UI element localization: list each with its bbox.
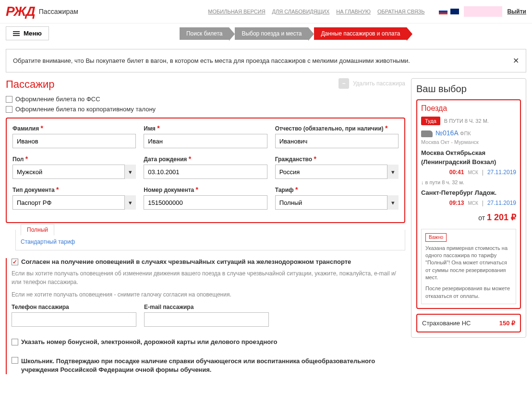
- bonus-label: Указать номер бонусной, электронной, дор…: [21, 338, 277, 345]
- breadcrumb: Поиск билета Выбор поезда и места Данные…: [180, 27, 412, 40]
- trains-title: Поезда: [421, 104, 516, 113]
- important-badge: Важно: [425, 233, 447, 242]
- insurance-price: 150 ₽: [499, 320, 515, 327]
- email-label: E-mail пассажира: [144, 304, 269, 310]
- bonus-checkbox[interactable]: [12, 339, 18, 345]
- important-text1: Указана примерная стоимость на одного па…: [425, 245, 512, 282]
- patronymic-label: Отчество (обязательно, при наличии) *: [275, 124, 399, 132]
- insurance-label: Страхование НС: [422, 320, 471, 327]
- flag-gb-icon[interactable]: [450, 9, 459, 14]
- direction-badge: Туда: [421, 117, 440, 125]
- notice-text: Обратите внимание, что Вы покупаете биле…: [13, 57, 410, 64]
- fss-checkbox[interactable]: [6, 96, 12, 103]
- consent-label: Согласен на получение оповещений в случа…: [21, 258, 351, 265]
- tariff-info: Полный Стандартный тариф: [15, 230, 405, 250]
- delete-passenger-button[interactable]: −: [339, 78, 349, 89]
- email-input[interactable]: [144, 312, 269, 327]
- consent-checkbox[interactable]: [12, 259, 18, 265]
- insurance-box[interactable]: Страхование НС 150 ₽: [416, 314, 521, 332]
- user-box: [464, 6, 502, 17]
- logo[interactable]: РЖД Пассажирам: [6, 4, 78, 19]
- name-label: Имя *: [144, 124, 267, 132]
- train-route: Москва Окт - Мурманск: [421, 138, 516, 146]
- tariff-tab[interactable]: Полный: [21, 224, 54, 236]
- surname-label: Фамилия *: [12, 124, 136, 132]
- train-number[interactable]: №016А: [435, 129, 459, 137]
- menu-button[interactable]: Меню: [6, 26, 49, 40]
- school-checkbox[interactable]: [12, 357, 18, 364]
- gender-select[interactable]: [12, 165, 136, 179]
- choice-title: Ваш выбор: [416, 83, 521, 95]
- gender-label: Пол *: [12, 155, 136, 163]
- train-icon: [421, 130, 433, 137]
- link-home[interactable]: НА ГЛАВНУЮ: [336, 9, 371, 14]
- important-text2: После резервирования вы можете отказатьс…: [425, 285, 512, 300]
- corporate-checkbox[interactable]: [6, 106, 12, 113]
- consent-hint1: Если вы хотите получать оповещения об из…: [12, 269, 405, 286]
- sidebar-choice: Ваш выбор Поезда Туда В ПУТИ 8 Ч. 32 М. …: [411, 78, 526, 338]
- tariff-label: Тариф *: [275, 186, 399, 193]
- step-payment: Данные пассажиров и оплата: [314, 27, 407, 40]
- fss-label: Оформление билета по ФСС: [15, 95, 100, 103]
- delete-passenger-label: Удалить пассажира: [353, 80, 405, 87]
- station-from: Москва Октябрьская (Ленинградский Вокзал…: [421, 148, 516, 167]
- citizenship-label: Гражданство *: [275, 155, 399, 163]
- school-label: Школьник. Подтверждаю при посадке наличи…: [21, 357, 405, 374]
- logo-subtitle: Пассажирам: [39, 8, 78, 15]
- phone-label: Телефон пассажира: [12, 304, 136, 310]
- flag-ru-icon[interactable]: [439, 9, 447, 14]
- link-mobile[interactable]: МОБИЛЬНАЯ ВЕРСИЯ: [208, 9, 265, 14]
- close-icon[interactable]: ✕: [513, 56, 519, 65]
- logout-link[interactable]: Выйти: [507, 8, 526, 15]
- logo-icon: РЖД: [6, 4, 35, 19]
- burger-icon: [13, 30, 20, 37]
- tariff-standard-link[interactable]: Стандартный тариф: [21, 238, 75, 245]
- notice-bar: Обратите внимание, что Вы покупаете биле…: [6, 49, 526, 72]
- link-feedback[interactable]: ОБРАТНАЯ СВЯЗЬ: [377, 9, 425, 14]
- step-select[interactable]: Выбор поезда и места: [235, 27, 308, 40]
- doctype-select[interactable]: [12, 195, 136, 210]
- patronymic-input[interactable]: [275, 134, 399, 148]
- phone-input[interactable]: [12, 312, 136, 327]
- consent-hint2: Если не хотите получать оповещения - сни…: [12, 290, 405, 299]
- birthdate-input[interactable]: [144, 165, 267, 179]
- travel-time: ↓ в пути 8 ч. 32 м.: [421, 178, 516, 187]
- passenger-form: Фамилия * Имя * Отчество (обязательно, п…: [6, 118, 405, 223]
- link-a11y[interactable]: ДЛЯ СЛАБОВИДЯЩИХ: [272, 9, 330, 14]
- surname-input[interactable]: [12, 134, 136, 148]
- station-to: Санкт-Петербург Ладож.: [421, 188, 516, 198]
- step-search[interactable]: Поиск билета: [180, 27, 229, 40]
- birthdate-label: Дата рождения *: [144, 155, 267, 163]
- name-input[interactable]: [144, 134, 267, 148]
- doctype-label: Тип документа *: [12, 186, 136, 193]
- top-nav: МОБИЛЬНАЯ ВЕРСИЯ ДЛЯ СЛАБОВИДЯЩИХ НА ГЛА…: [208, 9, 424, 14]
- duration-text: В ПУТИ 8 Ч. 32 М.: [444, 118, 489, 124]
- tariff-select[interactable]: [275, 195, 399, 210]
- docnumber-label: Номер документа *: [144, 186, 267, 193]
- price: 1 201 ₽: [487, 213, 516, 222]
- citizenship-select[interactable]: [275, 165, 399, 179]
- docnumber-input[interactable]: [144, 195, 267, 210]
- corporate-label: Оформление билета по корпоративному тало…: [15, 106, 156, 113]
